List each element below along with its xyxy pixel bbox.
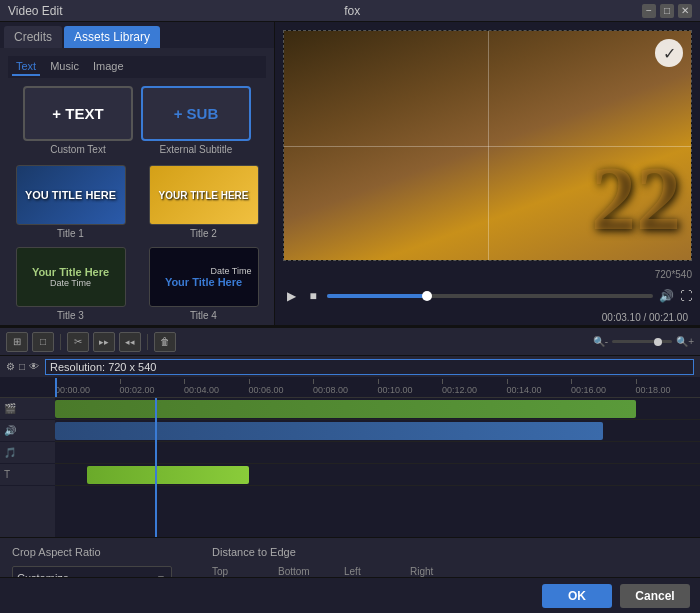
play-button[interactable]: ▶: [283, 288, 299, 304]
ruler-mark-0: 00:00.00: [55, 379, 120, 397]
title-card-4[interactable]: Date Time Your Title Here Title 4: [141, 247, 266, 321]
tab-assets-library[interactable]: Assets Library: [64, 26, 160, 48]
bottom-action-bar: OK Cancel: [0, 577, 700, 613]
assets-panel: Text Music Image + TEXT Custom Text + SU…: [0, 48, 274, 325]
track-row-text: [55, 464, 700, 486]
tl-btn-backward[interactable]: ◂◂: [119, 332, 141, 352]
title3-title: Your Title Here: [32, 266, 109, 278]
custom-text-button[interactable]: + TEXT: [23, 86, 133, 141]
track-row-audio1: [55, 420, 700, 442]
ruler-mark-6: 00:12.00: [442, 379, 507, 397]
title2-label: Title 2: [190, 228, 217, 239]
crop-label: Crop Aspect Ratio: [12, 546, 172, 558]
sub-tab-bar: Text Music Image: [8, 56, 266, 78]
seek-progress: [327, 294, 425, 298]
resolution-display: 720*540: [275, 269, 700, 282]
ruler-mark-8: 00:16.00: [571, 379, 636, 397]
dist-left-label: Left: [344, 566, 404, 577]
zoom-out-icon[interactable]: 🔍-: [593, 336, 608, 347]
ok-button[interactable]: OK: [542, 584, 612, 608]
title3-label: Title 3: [57, 310, 84, 321]
tab-credits[interactable]: Credits: [4, 26, 62, 48]
track-label-audio2: 🎵: [0, 442, 55, 464]
plus-sub-icon: + SUB: [174, 105, 219, 122]
title3-sub: Date Time: [50, 278, 91, 288]
track-row-audio2: [55, 442, 700, 464]
tl-separator-2: [147, 334, 148, 350]
tl-separator-1: [60, 334, 61, 350]
timeline-toolbar: ⊞ □ ✂ ▸▸ ◂◂ 🗑 🔍- 🔍+: [0, 328, 700, 356]
title2-text: YOUR TITLE HERE: [154, 186, 252, 205]
title-bar: Video Edit fox − □ ✕: [0, 0, 700, 22]
tl-btn-forward[interactable]: ▸▸: [93, 332, 115, 352]
video-number-decoration: 22: [591, 147, 681, 250]
sub-tab-text[interactable]: Text: [12, 58, 40, 76]
text-track-icon: T: [4, 469, 10, 480]
preview-area: 22 ✓: [283, 30, 692, 261]
timeline-ruler: 00:00.00 00:02.00 00:04.00 00:06.00 00:0…: [0, 378, 700, 398]
title-thumb-2: YOUR TITLE HERE: [149, 165, 259, 225]
timeline-section: ⊞ □ ✂ ▸▸ ◂◂ 🗑 🔍- 🔍+ ⚙ □ 👁 Resolution: 72…: [0, 327, 700, 613]
tl-btn-delete[interactable]: 🗑: [154, 332, 176, 352]
right-panel: 22 ✓ 720*540 ▶ ■ 🔊 ⛶ 00:03.10 / 00:21.00: [275, 22, 700, 325]
preview-check-icon[interactable]: ✓: [655, 39, 683, 67]
playhead-line: [155, 398, 157, 537]
sub-tab-image[interactable]: Image: [89, 58, 128, 76]
dist-top-label: Top: [212, 566, 272, 577]
audio-segment[interactable]: [55, 422, 603, 440]
window-controls: − □ ✕: [642, 4, 692, 18]
sub-tab-music[interactable]: Music: [46, 58, 83, 76]
title-card-3[interactable]: Your Title Here Date Time Title 3: [8, 247, 133, 321]
minimize-button[interactable]: −: [642, 4, 656, 18]
volume-button[interactable]: 🔊: [659, 289, 674, 303]
audio-track-icon: 🔊: [4, 425, 16, 436]
app-title: Video Edit: [8, 4, 63, 18]
cancel-button[interactable]: Cancel: [620, 584, 690, 608]
fullscreen-button[interactable]: ⛶: [680, 289, 692, 303]
zoom-in-icon[interactable]: 🔍+: [676, 336, 694, 347]
title4-date: Date Time: [150, 266, 258, 276]
res-icon-eye[interactable]: 👁: [29, 361, 39, 372]
seek-bar[interactable]: [327, 294, 653, 298]
maximize-button[interactable]: □: [660, 4, 674, 18]
tl-btn-cut[interactable]: ✂: [67, 332, 89, 352]
ruler-mark-3: 00:06.00: [249, 379, 314, 397]
res-icon-settings[interactable]: ⚙: [6, 361, 15, 372]
title-cards-grid: YOU TITLE HERE Title 1 YOUR TITLE HERE T…: [8, 165, 266, 321]
time-current: 00:03.10: [602, 312, 641, 323]
res-icons: ⚙ □ 👁: [6, 361, 39, 372]
title-card-1[interactable]: YOU TITLE HERE Title 1: [8, 165, 133, 239]
track-label-video: 🎬: [0, 398, 55, 420]
track-content: [55, 398, 700, 537]
title1-label: Title 1: [57, 228, 84, 239]
ruler-mark-9: 00:18.00: [636, 379, 701, 397]
ruler-mark-7: 00:14.00: [507, 379, 572, 397]
ruler-mark-5: 00:10.00: [378, 379, 443, 397]
zoom-slider[interactable]: [612, 340, 672, 343]
close-button[interactable]: ✕: [678, 4, 692, 18]
title-card-2[interactable]: YOUR TITLE HERE Title 2: [141, 165, 266, 239]
time-total: 00:21.00: [649, 312, 688, 323]
zoom-slider-thumb: [654, 338, 662, 346]
video-segment[interactable]: [55, 400, 636, 418]
res-icon-crop[interactable]: □: [19, 361, 25, 372]
video-track-icon: 🎬: [4, 403, 16, 414]
timeline-tracks: 🎬 🔊 🎵 T: [0, 398, 700, 537]
dist-right-label: Right: [410, 566, 470, 577]
title1-text: YOU TITLE HERE: [21, 185, 120, 205]
title-thumb-4: Date Time Your Title Here: [149, 247, 259, 307]
left-panel: Credits Assets Library Text Music Image …: [0, 22, 275, 325]
title4-label: Title 4: [190, 310, 217, 321]
playhead-indicator: [55, 378, 57, 397]
playback-bar: ▶ ■ 🔊 ⛶: [275, 282, 700, 310]
custom-text-label: Custom Text: [50, 144, 105, 155]
stop-button[interactable]: ■: [305, 288, 321, 304]
main-area: Credits Assets Library Text Music Image …: [0, 22, 700, 327]
tl-btn-grid[interactable]: ⊞: [6, 332, 28, 352]
track-label-text: T: [0, 464, 55, 486]
external-subtitle-button[interactable]: + SUB: [141, 86, 251, 141]
seek-thumb[interactable]: [422, 291, 432, 301]
zoom-controls: 🔍- 🔍+: [593, 336, 694, 347]
tl-btn-crop[interactable]: □: [32, 332, 54, 352]
text-segment[interactable]: [87, 466, 248, 484]
